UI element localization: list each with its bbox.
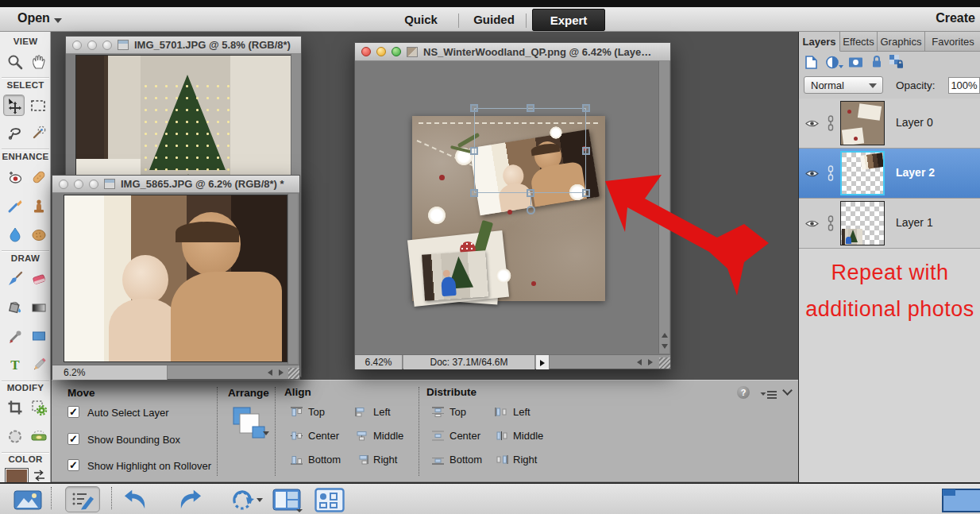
resize-grip[interactable] <box>659 357 670 369</box>
distribute-right-button[interactable]: Right <box>495 454 537 466</box>
scroll-down-icon[interactable] <box>662 344 668 349</box>
checkbox-show-highlight[interactable] <box>68 459 79 471</box>
link-icon[interactable] <box>827 165 835 181</box>
straighten-tool[interactable] <box>28 425 49 446</box>
minimize-icon[interactable] <box>74 180 83 189</box>
spot-healing-tool[interactable] <box>28 166 49 187</box>
photo-bin-icon[interactable] <box>13 489 43 511</box>
minimize-icon[interactable] <box>376 47 386 56</box>
rotate-handle[interactable] <box>527 206 535 214</box>
tab-graphics[interactable]: Graphics <box>878 32 925 52</box>
zoom-window-icon[interactable] <box>102 41 112 50</box>
blur-tool[interactable] <box>4 223 25 245</box>
quick-selection-tool[interactable] <box>28 122 49 143</box>
tab-favorites[interactable]: Favorites <box>925 32 980 52</box>
img5701-titlebar[interactable]: IMG_5701.JPG @ 5.8% (RGB/8*) <box>66 37 301 54</box>
checkbox-label[interactable]: Show Bounding Box <box>87 434 180 446</box>
foreground-color-swatch[interactable] <box>5 468 29 484</box>
open-dropdown-icon[interactable] <box>54 18 62 23</box>
layer-mask-icon[interactable] <box>848 56 863 72</box>
open-button[interactable]: Open <box>17 11 50 25</box>
layer-thumbnail[interactable] <box>840 151 885 195</box>
layer-row-2-selected[interactable]: Layer 2 <box>799 149 980 199</box>
visibility-eye-icon[interactable] <box>805 219 819 228</box>
redo-icon[interactable] <box>176 489 205 511</box>
undo-icon[interactable] <box>121 489 149 511</box>
vertical-scrollbar[interactable] <box>287 194 298 364</box>
clone-stamp-tool[interactable] <box>28 195 49 216</box>
crop-tool[interactable] <box>4 396 25 418</box>
scroll-left-icon[interactable] <box>268 369 272 376</box>
layout-icon[interactable] <box>272 489 303 512</box>
paint-bucket-tool[interactable] <box>4 296 25 318</box>
lock-all-icon[interactable] <box>870 54 884 72</box>
align-left-button[interactable]: Left <box>355 406 391 418</box>
type-tool[interactable]: T <box>4 354 25 375</box>
zoom-level[interactable]: 6.42% <box>355 355 403 369</box>
brush-tool[interactable] <box>4 268 25 289</box>
checkbox-label[interactable]: Auto Select Layer <box>87 407 169 419</box>
tab-guided[interactable]: Guided <box>467 10 521 29</box>
transform-handle[interactable] <box>470 147 478 155</box>
transform-handle[interactable] <box>470 104 478 112</box>
status-menu-button[interactable] <box>536 355 550 369</box>
checkbox-auto-select-layer[interactable] <box>68 406 79 418</box>
link-icon[interactable] <box>827 215 835 231</box>
tool-options-icon[interactable] <box>65 486 100 512</box>
pencil-tool[interactable] <box>28 354 49 375</box>
cookie-cutter-tool[interactable] <box>4 425 25 446</box>
tab-layers[interactable]: Layers <box>799 32 840 52</box>
eraser-tool[interactable] <box>28 268 49 289</box>
help-icon[interactable] <box>737 386 750 399</box>
smart-brush-tool[interactable] <box>4 195 25 216</box>
minimize-icon[interactable] <box>87 41 97 50</box>
tab-effects[interactable]: Effects <box>840 32 878 52</box>
zoom-level[interactable]: 6.2% <box>52 365 168 380</box>
lock-transparent-icon[interactable] <box>889 54 905 72</box>
img5865-titlebar[interactable]: IMG_5865.JPG @ 6.2% (RGB/8*) * <box>52 176 299 193</box>
scroll-right-icon[interactable] <box>279 369 284 376</box>
zoom-window-icon[interactable] <box>89 180 98 189</box>
layer-row-1[interactable]: Layer 1 <box>799 199 980 249</box>
opacity-field[interactable]: 100% <box>948 77 980 94</box>
collapse-chevron-icon[interactable] <box>782 385 793 396</box>
window-img5865[interactable]: IMG_5865.JPG @ 6.2% (RGB/8*) * 6.2% <box>52 175 300 380</box>
transform-bounding-box[interactable] <box>474 108 586 193</box>
tab-quick[interactable]: Quick <box>395 10 446 29</box>
doc-size-info[interactable]: Doc: 37.1M/64.6M <box>403 355 535 369</box>
distribute-middle-button[interactable]: Middle <box>495 430 543 442</box>
align-right-button[interactable]: Right <box>355 454 397 466</box>
new-layer-icon[interactable] <box>804 55 819 73</box>
new-adjustment-layer-icon[interactable] <box>825 55 844 73</box>
transform-handle[interactable] <box>582 147 590 155</box>
align-bottom-button[interactable]: Bottom <box>290 454 341 466</box>
recompose-tool[interactable] <box>28 396 49 418</box>
red-eye-tool[interactable] <box>4 166 25 187</box>
visibility-eye-icon[interactable] <box>805 169 819 178</box>
move-tool[interactable] <box>3 95 25 116</box>
distribute-center-button[interactable]: Center <box>431 430 480 442</box>
scroll-left-icon[interactable] <box>637 359 642 365</box>
distribute-left-button[interactable]: Left <box>495 406 531 418</box>
visibility-eye-icon[interactable] <box>805 119 819 128</box>
doc-titlebar[interactable]: NS_WinterWoodland_QP.png @ 6.42% (Laye… <box>355 43 670 61</box>
marquee-tool[interactable] <box>27 95 48 116</box>
zoom-tool[interactable] <box>4 51 25 72</box>
close-icon[interactable] <box>72 41 82 50</box>
close-icon[interactable] <box>361 47 371 56</box>
rotate-icon[interactable] <box>229 488 264 512</box>
resize-grip[interactable] <box>288 368 299 379</box>
transform-handle[interactable] <box>582 104 590 112</box>
shape-tool[interactable] <box>28 325 49 346</box>
sponge-tool[interactable] <box>28 223 49 245</box>
layer-thumbnail[interactable] <box>840 101 885 145</box>
tab-expert[interactable]: Expert <box>532 9 605 31</box>
zoom-window-icon[interactable] <box>392 47 401 56</box>
scroll-up-icon[interactable] <box>662 333 668 338</box>
align-center-button[interactable]: Center <box>290 430 339 442</box>
transform-handle[interactable] <box>527 189 534 197</box>
align-top-button[interactable]: Top <box>290 406 325 418</box>
align-middle-button[interactable]: Middle <box>355 430 403 442</box>
layer-row-0[interactable]: Layer 0 <box>799 99 980 149</box>
lasso-tool[interactable] <box>4 122 25 143</box>
